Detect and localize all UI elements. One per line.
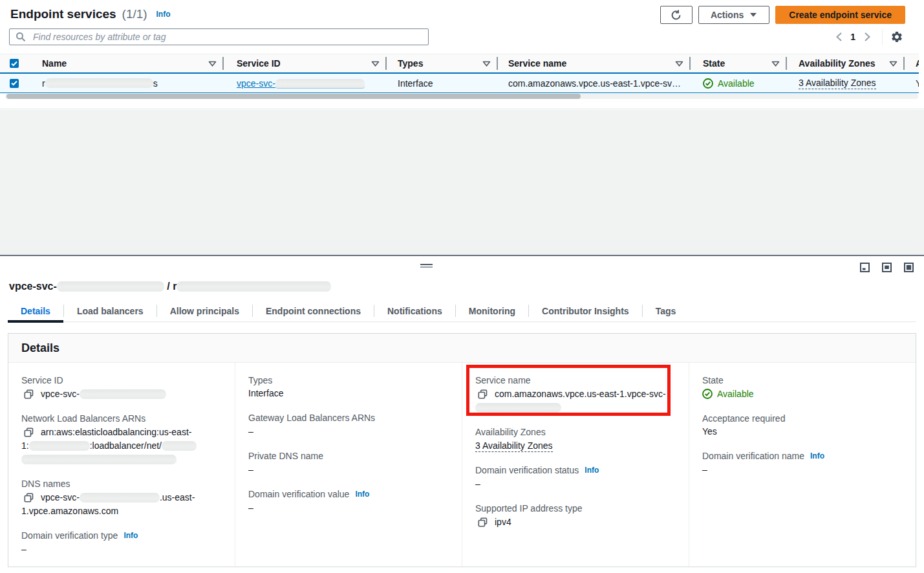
service-name-text: com.amazonaws.vpce.us-east-1.vpce-sv…	[508, 78, 683, 89]
service-id-link[interactable]: vpce-svc-	[237, 78, 365, 89]
create-endpoint-service-button[interactable]: Create endpoint service	[775, 6, 905, 24]
tab-endpoint-connections[interactable]: Endpoint connections	[253, 300, 374, 321]
split-panel-resize-handle[interactable]	[420, 264, 433, 269]
table-row[interactable]: rsvpce-svc-Interfacecom.amazonaws.vpce.u…	[0, 72, 919, 93]
sort-caret-icon[interactable]	[371, 61, 380, 67]
column-header-label: Availability Zones	[799, 58, 876, 69]
refresh-icon	[670, 9, 682, 21]
cell-types: Interface	[387, 74, 498, 92]
column-header-types[interactable]: Types	[387, 54, 498, 72]
cell-service-id: vpce-svc-	[224, 74, 387, 92]
field-value-line: Yes	[702, 425, 907, 438]
column-header-label: Service ID	[237, 58, 281, 69]
field-value: –	[475, 477, 680, 491]
key-value-pair: Domain verification valueInfo–	[248, 488, 453, 515]
horizontal-scrollbar[interactable]	[5, 94, 918, 99]
next-page-button[interactable]	[860, 30, 874, 44]
cell-service-name: com.amazonaws.vpce.us-east-1.vpce-sv…	[498, 74, 691, 92]
sort-caret-icon[interactable]	[208, 61, 217, 67]
actions-button[interactable]: Actions	[698, 6, 769, 24]
panel-full-icon[interactable]	[904, 263, 914, 272]
copy-button[interactable]	[24, 389, 34, 399]
column-header-name[interactable]: Name	[28, 54, 224, 72]
tab-details[interactable]: Details	[8, 300, 63, 321]
select-all-checkbox[interactable]	[10, 59, 19, 68]
horizontal-scrollbar-thumb[interactable]	[6, 94, 581, 99]
column-header-label: Name	[42, 58, 67, 69]
field-label: DNS names	[21, 477, 226, 490]
field-label: Domain verification typeInfo	[21, 529, 226, 542]
text-fragment: Interface	[248, 388, 283, 398]
copy-button[interactable]	[24, 493, 34, 503]
handle-bar	[420, 266, 433, 268]
search-input[interactable]	[32, 30, 428, 43]
tab-allow-principals[interactable]: Allow principals	[157, 300, 252, 321]
column-header-availability-zones[interactable]: Availability Zones	[787, 54, 905, 72]
copy-button[interactable]	[478, 517, 488, 527]
field-label: Types	[248, 374, 453, 387]
sort-caret-icon[interactable]	[889, 61, 897, 67]
tab-load-balancers[interactable]: Load balancers	[64, 300, 156, 321]
field-value: Interface	[248, 387, 453, 400]
column-header-acceptance-required[interactable]: Acceptance required	[905, 54, 919, 72]
text-fragment: :loadbalancer/net/	[90, 440, 162, 451]
header-actions: Actions Create endpoint service	[660, 6, 905, 24]
panel-half-icon[interactable]	[882, 263, 892, 272]
field-value-line: Interface	[248, 387, 453, 400]
tab-monitoring[interactable]: Monitoring	[456, 300, 528, 321]
tab-tags[interactable]: Tags	[643, 300, 689, 321]
endpoint-services-table-card: Endpoint services (1/1) Info Actions Cre…	[0, 0, 924, 109]
field-label: Network Load Balancers ARNs	[21, 412, 226, 425]
column-header-service-id[interactable]: Service ID	[224, 54, 387, 72]
field-label: Service ID	[21, 374, 226, 387]
availability-zones-popover-trigger[interactable]: 3 Availability Zones	[475, 440, 553, 452]
info-link[interactable]: Info	[355, 490, 369, 499]
field-value-line: ipv4	[475, 515, 680, 529]
field-value-line: 1::loadbalancer/net/	[21, 439, 226, 453]
sort-caret-icon[interactable]	[675, 61, 683, 67]
select-all-cell	[0, 54, 28, 72]
key-value-pair: Private DNS name–	[248, 449, 453, 477]
sort-caret-icon[interactable]	[482, 61, 491, 67]
field-label-text: Domain verification type	[21, 530, 118, 541]
field-value: com.amazonaws.vpce.us-east-1.vpce-svc-	[475, 387, 680, 415]
status-available-icon	[703, 78, 713, 89]
column-header-label: Service name	[508, 58, 566, 69]
cell-name: rs	[28, 74, 224, 92]
copy-icon	[24, 427, 34, 437]
preferences-gear-button[interactable]	[889, 29, 905, 45]
info-link[interactable]: Info	[156, 10, 171, 19]
search-box[interactable]	[9, 28, 429, 45]
availability-zones-popover-trigger[interactable]: 3 Availability Zones	[799, 78, 876, 89]
text-fragment: vpce-svc-	[41, 492, 80, 503]
column-header-state[interactable]: State	[691, 54, 787, 72]
field-label-text: Types	[248, 375, 272, 385]
field-label: Private DNS name	[248, 449, 453, 462]
info-link[interactable]: Info	[124, 531, 138, 540]
gear-icon	[890, 30, 903, 43]
row-checkbox[interactable]	[10, 79, 19, 88]
key-value-pair: Domain verification typeInfo–	[21, 529, 226, 556]
field-value: Available	[702, 387, 907, 401]
copy-button[interactable]	[478, 389, 488, 399]
pagination: 1	[832, 28, 905, 45]
refresh-button[interactable]	[660, 6, 693, 24]
sort-caret-icon[interactable]	[771, 61, 780, 67]
info-link[interactable]: Info	[585, 466, 599, 475]
copy-button[interactable]	[24, 427, 34, 437]
field-label: Domain verification valueInfo	[248, 488, 453, 501]
tab-notifications[interactable]: Notifications	[374, 300, 455, 321]
column-header-service-name[interactable]: Service name	[498, 54, 691, 72]
current-page-number[interactable]: 1	[850, 32, 855, 42]
key-value-pair: Gateway Load Balancers ARNs–	[248, 411, 453, 438]
details-column-4: StateAvailableAcceptance requiredYesDoma…	[689, 363, 916, 567]
previous-page-button[interactable]	[832, 30, 846, 44]
field-label-text: Domain verification status	[475, 465, 579, 475]
field-label-text: Supported IP address type	[475, 503, 583, 514]
field-value: vpce-svc-.us-east-1.vpce.amazonaws.com	[21, 490, 226, 518]
content-background	[0, 110, 924, 255]
info-link[interactable]: Info	[810, 451, 824, 460]
field-value-line: vpce-svc-.us-east-	[21, 490, 226, 504]
tab-contributor-insights[interactable]: Contributor Insights	[529, 300, 642, 321]
panel-minimize-icon[interactable]	[860, 263, 870, 272]
